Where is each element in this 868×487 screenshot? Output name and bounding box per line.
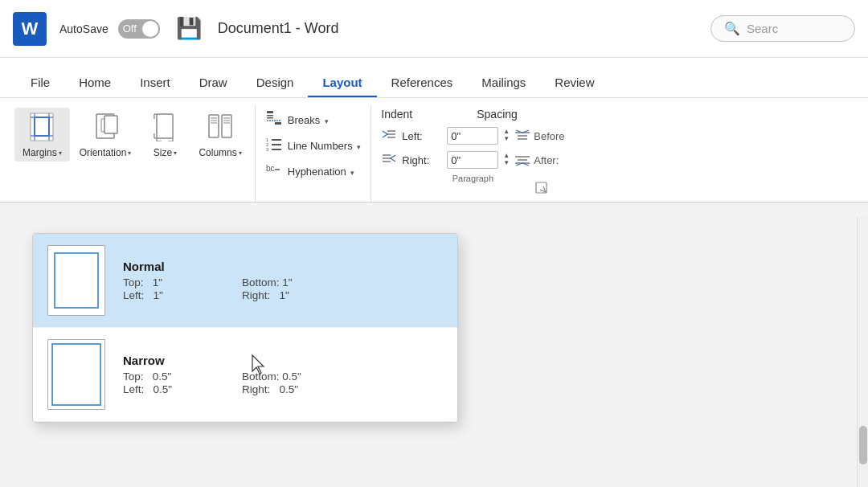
breaks-arrow-icon: ▾ [325,117,329,125]
breaks-row[interactable]: Breaks ▾ [265,108,362,132]
normal-page-preview [47,245,105,316]
columns-arrow-icon: ▾ [239,149,242,157]
margins-button[interactable]: Margins ▾ [14,108,70,162]
tab-review[interactable]: Review [540,68,608,97]
left-indent-icon [381,128,397,145]
right-indent-spinner[interactable]: ▲ ▼ [503,153,510,167]
tab-insert[interactable]: Insert [125,68,185,97]
normal-preview-inner [54,252,99,309]
line-numbers-arrow-icon: ▾ [357,143,361,151]
narrow-margin-name: Narrow [123,354,338,367]
columns-button[interactable]: Columns ▾ [190,108,249,162]
svg-rect-40 [272,149,281,150]
size-icon [149,111,180,145]
orientation-icon [90,111,121,145]
normal-left-entry: Left: 1" [123,289,219,301]
ribbon-tabs: File Home Insert Draw Design Layout Refe… [0,58,868,98]
search-icon: 🔍 [724,21,740,36]
after-spacing-label: After: [514,153,559,166]
document-title: Document1 - Word [218,20,339,37]
svg-text:3: 3 [266,147,269,152]
narrow-margin-info: Narrow Top: 0.5" Bottom: 0.5" Left: 0.5"… [123,354,338,395]
toggle-off-text: Off [123,23,137,35]
size-arrow-icon: ▾ [174,149,177,157]
orientation-label: Orientation ▾ [80,147,132,158]
svg-rect-12 [104,116,117,133]
toggle-knob [142,21,158,37]
left-indent-input[interactable] [447,127,498,145]
margins-icon [27,111,57,145]
hyphenation-label[interactable]: Hyphenation ▾ [288,166,355,178]
indent-title: Indent [381,108,412,121]
tab-layout[interactable]: Layout [308,68,376,97]
hyphenation-arrow-icon: ▾ [350,169,354,177]
columns-icon [205,111,235,145]
normal-left-right-row: Left: 1" Right: 1" [123,289,338,301]
normal-margin-details: Top: 1" Bottom: 1" Left: 1" Right: 1" [123,276,338,301]
columns-label: Columns ▾ [199,147,241,158]
normal-bottom-entry: Bottom: 1" [242,276,338,289]
tab-file[interactable]: File [16,68,64,97]
tab-references[interactable]: References [377,68,468,97]
before-spacing-label: Before [514,129,564,142]
normal-top-bottom-row: Top: 1" Bottom: 1" [123,276,338,289]
scrollbar[interactable] [857,217,868,487]
margin-item-narrow[interactable]: Narrow Top: 0.5" Bottom: 0.5" Left: 0.5"… [33,328,457,422]
tab-mailings[interactable]: Mailings [467,68,540,97]
normal-top-entry: Top: 1" [123,276,219,289]
paragraph-tools-group: Breaks ▾ 1 2 3 Line Numbers [256,104,372,202]
margin-item-normal[interactable]: Normal Top: 1" Bottom: 1" Left: 1" Right… [33,234,457,328]
breaks-label[interactable]: Breaks ▾ [288,114,329,126]
svg-rect-34 [275,122,281,125]
right-indent-down-arrow[interactable]: ▼ [503,160,510,167]
paragraph-dialog-launcher[interactable] [535,182,548,198]
margins-arrow-icon: ▾ [59,149,62,157]
narrow-left-right-row: Left: 0.5" Right: 0.5" [123,383,338,395]
left-indent-row: Left: ▲ ▼ Before [381,125,564,146]
normal-margin-name: Normal [123,260,338,273]
tab-draw[interactable]: Draw [185,68,242,97]
svg-rect-38 [272,139,281,141]
svg-text:bc: bc [266,164,275,173]
narrow-top-entry: Top: 0.5" [123,370,219,383]
orientation-button[interactable]: Orientation ▾ [72,108,140,162]
search-placeholder-text: Searc [747,22,778,35]
tab-home[interactable]: Home [64,68,125,97]
autosave-label: AutoSave [59,23,108,35]
hyphenation-row[interactable]: bc Hyphenation ▾ [265,159,362,183]
narrow-preview-inner [51,343,101,406]
narrow-bottom-entry: Bottom: 0.5" [242,370,338,383]
spacing-title: Spacing [477,108,518,121]
narrow-top-bottom-row: Top: 0.5" Bottom: 0.5" [123,370,338,383]
line-numbers-icon: 1 2 3 [265,135,283,157]
search-box[interactable]: 🔍 Searc [710,15,855,42]
normal-right-entry: Right: 1" [242,289,338,301]
tab-design[interactable]: Design [242,68,309,97]
page-setup-buttons: Margins ▾ Orientation ▾ [14,104,250,202]
line-numbers-row[interactable]: 1 2 3 Line Numbers ▾ [265,133,362,158]
right-indent-row: Right: ▲ ▼ After: [381,149,564,170]
left-indent-down-arrow[interactable]: ▼ [503,136,510,143]
save-icon[interactable]: 💾 [176,16,202,41]
narrow-right-entry: Right: 0.5" [242,383,338,395]
margins-label: Margins ▾ [23,147,62,158]
word-logo-icon: W [13,12,47,46]
left-indent-spinner[interactable]: ▲ ▼ [503,129,510,143]
size-label: Size ▾ [154,147,177,158]
right-indent-input[interactable] [447,151,498,169]
paragraph-tool-rows: Breaks ▾ 1 2 3 Line Numbers [265,104,362,183]
scrollbar-thumb[interactable] [859,426,867,464]
right-indent-label: Right: [402,154,442,166]
left-indent-label: Left: [402,130,442,142]
line-numbers-label[interactable]: Line Numbers ▾ [288,140,362,152]
size-button[interactable]: Size ▾ [141,108,189,162]
normal-margin-info: Normal Top: 1" Bottom: 1" Left: 1" Right… [123,260,338,301]
ribbon-content: Margins ▾ Orientation ▾ [0,98,868,203]
title-bar: W AutoSave Off 💾 Document1 - Word 🔍 Sear… [0,0,868,58]
indent-spacing-titles: Indent Spacing [381,104,564,121]
autosave-toggle[interactable]: Off [118,19,160,39]
narrow-left-entry: Left: 0.5" [123,383,219,395]
svg-rect-13 [157,114,173,138]
svg-rect-39 [272,144,281,145]
hyphenation-icon: bc [265,161,283,182]
